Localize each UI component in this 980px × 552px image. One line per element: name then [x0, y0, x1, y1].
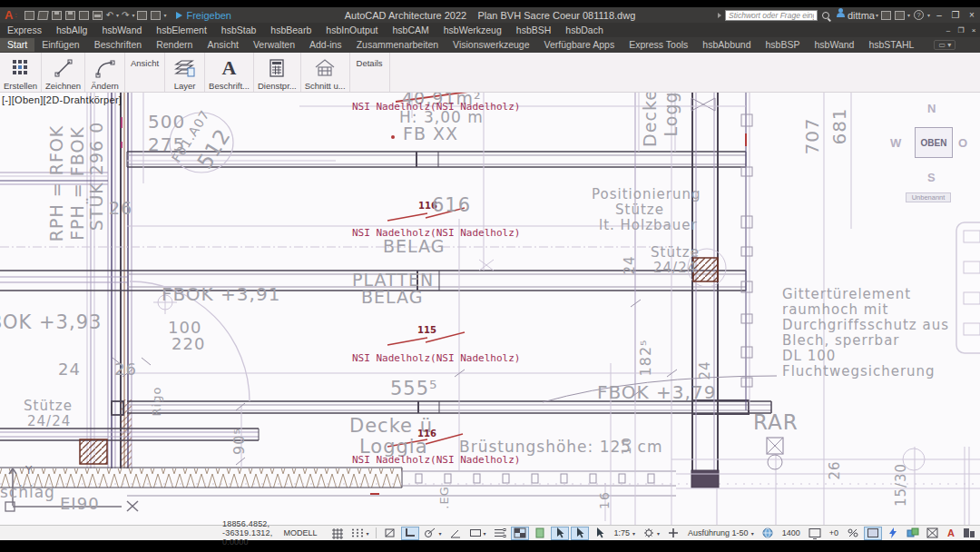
close-button[interactable]: × — [964, 10, 980, 20]
a360-caret-icon[interactable]: ▾ — [907, 12, 910, 18]
help-icon[interactable]: ? — [914, 10, 924, 20]
save-as-icon[interactable] — [65, 11, 75, 20]
sheet-set-icon[interactable] — [137, 11, 147, 20]
menu-tab-hsbcam[interactable]: hsbCAM — [386, 25, 436, 35]
menu-tab-hsbelement[interactable]: hsbElement — [149, 25, 213, 35]
doc-minimize-button[interactable]: – — [942, 26, 955, 34]
autocad-notification[interactable]: A — [944, 527, 958, 540]
ribbon-tab-express-tools[interactable]: Express Tools — [622, 38, 695, 52]
properties-icon[interactable] — [151, 11, 161, 20]
menu-tab-hsbbsh[interactable]: hsbBSH — [509, 25, 559, 35]
units-globe[interactable] — [759, 527, 777, 540]
menu-tab-hsbwerkzeug[interactable]: hsbWerkzeug — [436, 25, 509, 35]
search-icon[interactable] — [822, 12, 829, 19]
print-icon[interactable] — [93, 11, 103, 20]
ribbon-tab-hsbwand[interactable]: hsbWand — [807, 38, 861, 52]
undo-caret-icon[interactable]: ▾ — [116, 12, 119, 18]
menu-tab-hsbbearb[interactable]: hsbBearb — [263, 25, 318, 35]
grid-display-toggle[interactable] — [328, 527, 347, 540]
ribbon-panel-erstellen[interactable]: Erstellen — [0, 53, 42, 92]
search-flyout-icon[interactable] — [718, 13, 721, 18]
polar-tracking-toggle[interactable]: ▾ — [421, 527, 444, 540]
menu-tab-hsbdach[interactable]: hsbDach — [558, 25, 610, 35]
ortho-mode-toggle[interactable] — [401, 527, 419, 540]
menu-tab-hsbwand[interactable]: hsbWand — [94, 25, 149, 35]
menu-tab-hsbstab[interactable]: hsbStab — [214, 25, 264, 35]
object-snap-tracking-toggle[interactable]: ▾ — [466, 527, 489, 540]
ribbon-panel-zeichnen[interactable]: Zeichnen — [42, 53, 85, 92]
save-icon[interactable] — [52, 11, 62, 20]
menu-tab-express[interactable]: Express — [0, 25, 49, 35]
ribbon-panel-layer[interactable]: Layer — [165, 53, 205, 92]
performance-analyzer[interactable] — [884, 527, 902, 540]
menu-tab-hsbinoutput[interactable]: hsbInOutput — [318, 25, 385, 35]
annotation-count-badge[interactable]: 1400 — [779, 527, 804, 540]
ribbon-tab-ansicht[interactable]: Ansicht — [200, 38, 245, 52]
drawing-canvas[interactable]: [-][Oben][2D-Drahtkörper] 500275F01.A075… — [0, 93, 980, 525]
ribbon-panel-details[interactable]: Details — [350, 53, 390, 92]
viewcube-north[interactable]: N — [927, 102, 936, 115]
share-button[interactable]: Freigeben — [176, 10, 231, 21]
ribbon-tab-verfügbare-apps[interactable]: Verfügbare Apps — [537, 38, 622, 52]
ribbon-panel-schnittu[interactable]: Schnitt u... — [301, 53, 350, 92]
minimize-button[interactable]: – — [931, 10, 947, 20]
annotation-scale-control[interactable]: 1:75▾ — [611, 527, 639, 540]
ribbon-tab-einfügen[interactable]: Einfügen — [34, 38, 86, 52]
ribbon-tab-hsbabbund[interactable]: hsbAbbund — [695, 38, 758, 52]
model-space-button[interactable]: MODELL — [280, 527, 319, 540]
undo-icon[interactable]: ↶ — [106, 10, 113, 20]
workspace-switcher[interactable]: Ausführung 1-50▾ — [684, 527, 757, 540]
ribbon-tab-verwalten[interactable]: Verwalten — [246, 38, 302, 52]
ribbon-tab-start[interactable]: Start — [0, 38, 34, 52]
snap-tracking-toggle[interactable] — [491, 527, 509, 540]
dynamic-ucs-toggle[interactable] — [591, 527, 609, 540]
redo-icon[interactable]: ↷ — [122, 10, 129, 20]
viewcube-east[interactable]: O — [958, 136, 967, 150]
infer-constraints-toggle[interactable] — [381, 527, 399, 540]
annotation-visibility-toggle[interactable]: ▾ — [640, 527, 662, 540]
ribbon-panel-dienstpr[interactable]: Dienstpr... — [254, 53, 301, 92]
ribbon-tab-hsbbsp[interactable]: hsbBSP — [759, 38, 808, 52]
color-theme-button[interactable] — [904, 527, 922, 540]
autoscale-toggle[interactable] — [664, 527, 682, 540]
ribbon-panel-ansicht[interactable]: Ansicht — [125, 53, 165, 92]
graphics-performance-toggle[interactable] — [806, 527, 824, 540]
xref-status[interactable] — [924, 527, 942, 540]
viewcube-top-face[interactable]: OBEN — [915, 127, 953, 158]
object-visibility-pair[interactable] — [844, 527, 862, 540]
plot-icon[interactable] — [79, 11, 89, 20]
menu-tab-hsballg[interactable]: hsbAllg — [49, 25, 94, 35]
search-input[interactable] — [725, 10, 818, 21]
restore-button[interactable]: ❐ — [947, 10, 964, 20]
selection-cycling-toggle[interactable] — [551, 527, 569, 540]
viewcube-layout-label[interactable]: Unbenannt — [906, 192, 951, 202]
ribbon-panel-ändern[interactable]: Ändern — [85, 53, 125, 92]
isometric-drafting-toggle[interactable] — [446, 527, 465, 540]
viewport-controls-label[interactable]: [-][Oben][2D-Drahtkörper] — [2, 94, 122, 105]
autocad-logo-icon[interactable]: A — [5, 9, 13, 21]
hardware-acceleration-toggle[interactable] — [864, 527, 882, 540]
doc-restore-button[interactable]: ❐ — [955, 26, 967, 34]
doc-close-button[interactable]: × — [967, 26, 980, 34]
ribbon-tab-rendern[interactable]: Rendern — [149, 38, 200, 52]
help-caret-icon[interactable]: ▾ — [927, 12, 930, 18]
ribbon-tab-visionswerkzeuge[interactable]: Visionswerkzeuge — [446, 38, 536, 52]
ribbon-tab-hsbstahl[interactable]: hsbSTAHL — [861, 38, 921, 52]
ribbon-collapse-button[interactable]: ▭ ▾ — [934, 40, 956, 50]
viewcube-south[interactable]: S — [927, 171, 936, 184]
user-avatar-icon[interactable] — [837, 13, 845, 17]
object-snap-toggle[interactable] — [511, 527, 529, 540]
ribbon-tab-zusammenarbeiten[interactable]: Zusammenarbeiten — [349, 38, 446, 52]
user-caret-icon[interactable]: ▾ — [876, 12, 878, 18]
ribbon-tab-beschriften[interactable]: Beschriften — [87, 38, 150, 52]
qat-overflow-caret-icon[interactable]: ▾ — [163, 12, 166, 18]
ribbon-tab-add-ins[interactable]: Add-ins — [302, 38, 349, 52]
viewcube-west[interactable]: W — [890, 136, 901, 150]
lineweight-toggle[interactable] — [531, 527, 549, 540]
snap-mode-toggle[interactable]: ▾ — [348, 527, 371, 540]
open-file-icon[interactable] — [37, 11, 48, 20]
layout-tools[interactable] — [960, 527, 978, 540]
new-file-icon[interactable] — [24, 11, 34, 20]
redo-caret-icon[interactable]: ▾ — [132, 12, 134, 18]
a360-icon[interactable] — [895, 11, 905, 20]
